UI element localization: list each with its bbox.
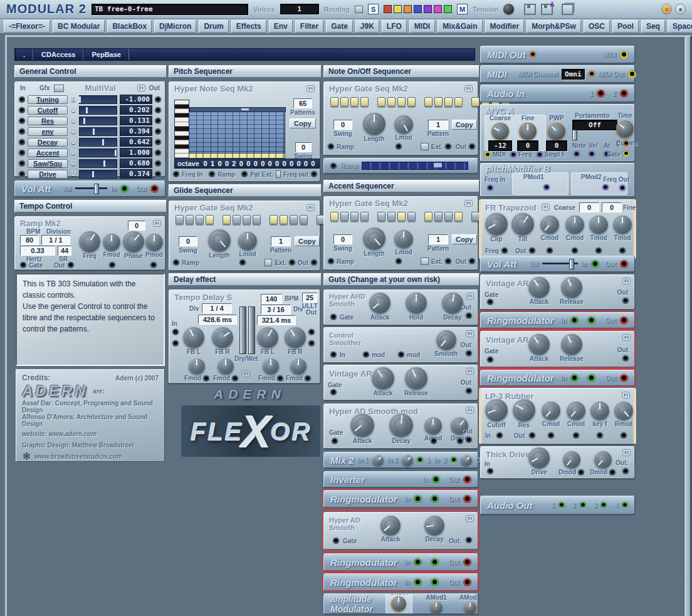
menu-item-modifier[interactable]: Modifier: [485, 20, 525, 33]
patch-tab-cdaccess[interactable]: CDAccess: [33, 49, 83, 60]
fmod-port[interactable]: [305, 375, 311, 382]
fine-knob[interactable]: [519, 122, 537, 140]
output-port[interactable]: [155, 160, 161, 167]
midi-activity-port[interactable]: [530, 51, 536, 58]
in2-port[interactable]: [451, 457, 457, 463]
in1-port[interactable]: [414, 558, 422, 566]
in1-port[interactable]: [570, 316, 579, 325]
fi-icon[interactable]: FI: [307, 204, 315, 211]
freq-in-port[interactable]: [487, 185, 493, 191]
out-port[interactable]: [466, 313, 472, 319]
param-label-button[interactable]: Accent: [28, 149, 68, 157]
vel-port[interactable]: [589, 151, 595, 157]
menu-item-morph-psw[interactable]: Morph&PSw: [527, 20, 581, 33]
menu-item-osc[interactable]: OSC: [584, 20, 610, 33]
fb-r-knob[interactable]: [212, 326, 233, 348]
step-button[interactable]: [407, 97, 416, 107]
rmod-knob[interactable]: [614, 401, 633, 420]
menu-item-seq[interactable]: Seq: [641, 20, 665, 33]
panel-header-guts[interactable]: Guts (Change at your own risk): [323, 273, 480, 286]
fmod-knob[interactable]: [263, 358, 279, 374]
output-port[interactable]: [155, 97, 161, 103]
in-port[interactable]: [120, 185, 128, 193]
param-slider[interactable]: [79, 117, 117, 125]
input-port[interactable]: [19, 97, 25, 103]
patch-tab-pepbase[interactable]: PepBase: [83, 49, 128, 60]
fi-icon[interactable]: FI: [542, 204, 550, 211]
release-knob[interactable]: [405, 367, 427, 389]
out-port[interactable]: [620, 260, 628, 268]
copy-button[interactable]: Copy: [452, 120, 477, 130]
ms-value-right[interactable]: 321.4 ms: [257, 315, 296, 325]
copy-button[interactable]: Copy: [290, 118, 316, 128]
menu-item-env[interactable]: Env: [269, 20, 293, 33]
step-button[interactable]: [407, 212, 416, 221]
tmod1-knob[interactable]: [589, 215, 608, 234]
tmod2-knob[interactable]: [613, 215, 632, 234]
phase-knob[interactable]: [123, 231, 144, 252]
param-slider[interactable]: [79, 149, 117, 157]
swing-value[interactable]: 0: [179, 236, 197, 246]
swing-value[interactable]: 0: [333, 120, 352, 130]
fmod-port[interactable]: [277, 375, 283, 382]
voice-color-swatch[interactable]: [424, 5, 432, 13]
in2-port[interactable]: [587, 316, 595, 325]
voice-color-swatch[interactable]: [414, 5, 422, 13]
tension-knob[interactable]: [503, 4, 514, 14]
mode-toggle[interactable]: B: [70, 96, 76, 103]
voice-color-swatch[interactable]: [404, 5, 412, 13]
output-port[interactable]: [155, 150, 161, 156]
panel-header-accent-sequencer[interactable]: Accent Sequencer: [323, 180, 480, 192]
dmod2-port[interactable]: [609, 469, 616, 476]
step-button[interactable]: [360, 97, 369, 107]
in1-port[interactable]: [570, 374, 579, 382]
out-port[interactable]: [469, 144, 475, 150]
step-button[interactable]: [424, 97, 432, 107]
step-button[interactable]: [330, 97, 338, 107]
sr-value[interactable]: 44: [58, 246, 71, 256]
fi-icon[interactable]: FI: [464, 200, 473, 207]
white-key[interactable]: [175, 140, 189, 145]
menu-item-lfo[interactable]: LFO: [382, 20, 407, 33]
param-value[interactable]: 1.000: [120, 148, 152, 157]
cutoff-knob[interactable]: [485, 399, 508, 421]
freq-port[interactable]: [510, 152, 516, 158]
in1-port[interactable]: [414, 578, 422, 587]
ramp-port[interactable]: [328, 258, 334, 264]
octave-value[interactable]: 0: [223, 160, 230, 167]
param-slider[interactable]: [79, 170, 117, 179]
gate-port[interactable]: [330, 389, 337, 395]
vol-slider[interactable]: [542, 263, 578, 265]
step-button[interactable]: [206, 215, 214, 224]
offset-knob[interactable]: [391, 596, 406, 611]
lmod-knob[interactable]: [238, 231, 257, 250]
octave-value[interactable]: 0: [202, 160, 209, 167]
fi-icon[interactable]: FI: [137, 85, 145, 91]
octave-value[interactable]: 0: [288, 160, 295, 167]
octave-value[interactable]: 0: [273, 160, 280, 167]
step-button[interactable]: [350, 97, 359, 107]
smplf-port[interactable]: [537, 152, 543, 158]
fmod-port[interactable]: [203, 375, 209, 382]
octave-value[interactable]: 0: [281, 160, 288, 167]
coarse-value[interactable]: 0: [579, 202, 599, 212]
div-value-left[interactable]: 1 / 4: [202, 303, 232, 313]
output-port[interactable]: [155, 128, 161, 135]
in-port-l[interactable]: [172, 329, 179, 335]
cmod1-port[interactable]: [547, 248, 553, 254]
in1-port[interactable]: [414, 495, 422, 503]
param-value[interactable]: 0.131: [120, 116, 152, 125]
fb-l-knob[interactable]: [183, 326, 204, 348]
note-port[interactable]: [574, 151, 580, 157]
patch-name-field[interactable]: TB free-0-free: [92, 4, 248, 15]
menu-item-pool[interactable]: Pool: [612, 20, 639, 33]
amod2-knob[interactable]: [464, 601, 476, 613]
freq-out-port[interactable]: [311, 171, 317, 177]
copy-button[interactable]: Copy: [452, 234, 477, 244]
fmod-port[interactable]: [232, 375, 238, 382]
pwp-value[interactable]: 0: [546, 140, 567, 151]
step-button[interactable]: [377, 212, 385, 221]
pmod-knob[interactable]: [145, 233, 163, 251]
release-knob[interactable]: [561, 276, 582, 298]
freq-knob[interactable]: [79, 231, 100, 252]
